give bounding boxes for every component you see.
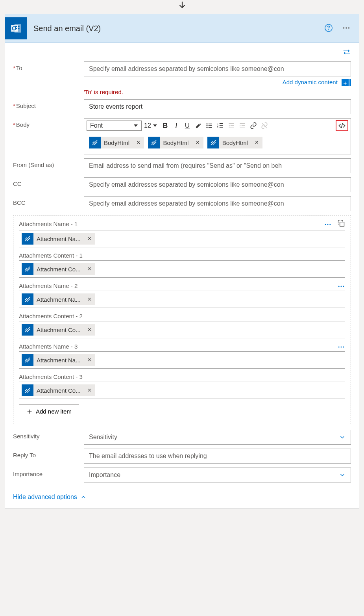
cc-input[interactable]	[84, 177, 351, 192]
card-body: *To Add dynamic content + 'To' is requir…	[5, 43, 359, 509]
attachment-content-label: Attachments Content - 1	[19, 252, 83, 259]
body-token: BodyHtml ×	[89, 137, 144, 148]
hide-advanced-options-link[interactable]: Hide advanced options	[13, 494, 87, 501]
cc-label: CC	[13, 177, 84, 187]
add-new-item-button[interactable]: Add new item	[19, 404, 79, 418]
svg-point-11	[348, 27, 350, 29]
to-input[interactable]	[84, 61, 351, 76]
attachment-content-field[interactable]: Attachment Co... ×	[19, 260, 345, 278]
token-remove-icon[interactable]: ×	[84, 326, 95, 333]
sensitivity-select[interactable]: Sensitivity	[84, 430, 351, 445]
svg-point-36	[341, 286, 342, 287]
svg-point-40	[343, 346, 344, 347]
font-select[interactable]: Font	[87, 121, 142, 131]
ellipsis-icon[interactable]	[341, 24, 352, 33]
token-remove-icon[interactable]: ×	[84, 387, 95, 394]
body-token: BodyHtml ×	[207, 137, 262, 148]
svg-point-12	[206, 123, 207, 124]
svg-rect-19	[220, 123, 223, 124]
svg-rect-25	[231, 125, 234, 126]
dynamic-content-icon	[22, 384, 33, 396]
svg-point-37	[343, 286, 344, 287]
attachment-content-field[interactable]: Attachment Co... ×	[19, 382, 345, 399]
underline-icon[interactable]: U	[182, 120, 193, 131]
indent-icon[interactable]	[237, 120, 248, 131]
svg-point-9	[343, 27, 345, 29]
token-remove-icon[interactable]: ×	[192, 139, 203, 146]
token-remove-icon[interactable]: ×	[84, 356, 95, 364]
bcc-input[interactable]	[84, 196, 351, 211]
link-icon[interactable]	[248, 120, 259, 131]
add-dynamic-plus-icon[interactable]: +	[342, 79, 349, 86]
swap-icon[interactable]	[342, 50, 351, 57]
code-view-icon[interactable]	[336, 120, 348, 131]
highlight-icon[interactable]	[193, 120, 204, 131]
rich-text-editor: Font 12 B I U	[84, 118, 351, 154]
svg-point-31	[327, 224, 329, 225]
svg-rect-24	[229, 123, 234, 124]
attachment-item-menu-icon[interactable]	[324, 221, 332, 227]
attachment-item-menu-icon[interactable]	[337, 343, 345, 350]
attachment-name-field[interactable]: Attachment Na... ×	[19, 351, 345, 369]
unlink-icon[interactable]	[259, 120, 270, 131]
attachment-content-label: Attachments Content - 3	[19, 373, 83, 380]
bullet-list-icon[interactable]	[204, 120, 215, 131]
subject-input[interactable]	[84, 99, 351, 114]
svg-point-10	[346, 27, 347, 29]
help-icon[interactable]	[324, 24, 333, 33]
card-header[interactable]: Send an email (V2)	[5, 14, 359, 43]
svg-rect-29	[240, 127, 245, 128]
importance-label: Importance	[13, 468, 84, 477]
svg-point-14	[206, 125, 207, 126]
attachment-name-label: Attachments Name - 3	[19, 343, 78, 350]
svg-rect-13	[209, 124, 212, 124]
svg-point-38	[338, 346, 340, 347]
attachment-content-token: Attachment Co... ×	[22, 324, 95, 336]
numbered-list-icon[interactable]: 123	[215, 120, 226, 131]
attachment-content-field[interactable]: Attachment Co... ×	[19, 321, 345, 338]
token-remove-icon[interactable]: ×	[84, 296, 95, 303]
dynamic-content-icon	[89, 137, 101, 148]
from-label: From (Send as)	[13, 158, 84, 168]
token-remove-icon[interactable]: ×	[251, 139, 262, 146]
attachment-content-token: Attachment Co... ×	[22, 263, 95, 275]
add-dynamic-content-link[interactable]: Add dynamic content	[283, 79, 338, 85]
token-remove-icon[interactable]: ×	[84, 235, 95, 242]
svg-rect-3	[18, 26, 19, 27]
bold-icon[interactable]: B	[160, 120, 171, 131]
switch-to-array-icon[interactable]	[337, 219, 345, 228]
svg-rect-15	[209, 125, 212, 126]
to-label: *To	[13, 61, 84, 71]
to-error: 'To' is required.	[84, 89, 351, 95]
svg-rect-26	[229, 127, 234, 128]
attachment-name-field[interactable]: Attachment Na... ×	[19, 230, 345, 247]
attachment-name-label: Attachments Name - 1	[19, 221, 78, 227]
body-content[interactable]: BodyHtml × BodyHtml × BodyHtml ×	[84, 133, 351, 154]
token-remove-icon[interactable]: ×	[84, 265, 95, 273]
svg-point-39	[341, 346, 342, 347]
replyto-input[interactable]	[84, 449, 351, 464]
importance-select[interactable]: Importance	[84, 468, 351, 482]
replyto-label: Reply To	[13, 449, 84, 458]
svg-point-35	[338, 286, 340, 287]
dynamic-content-icon	[22, 324, 33, 336]
attachment-content-label: Attachments Content - 2	[19, 313, 83, 319]
bcc-label: BCC	[13, 196, 84, 206]
body-token: BodyHtml ×	[148, 137, 203, 148]
attachment-item-menu-icon[interactable]	[337, 283, 345, 289]
svg-text:3: 3	[217, 126, 218, 128]
dynamic-content-icon	[22, 233, 33, 245]
attachment-name-token: Attachment Na... ×	[22, 354, 95, 366]
attachment-name-field[interactable]: Attachment Na... ×	[19, 291, 345, 308]
flow-arrow-icon	[5, 0, 359, 14]
dynamic-content-icon	[22, 293, 33, 305]
card-title: Send an email (V2)	[33, 24, 324, 33]
from-input[interactable]	[84, 158, 351, 173]
attachment-name-token: Attachment Na... ×	[22, 233, 95, 245]
sensitivity-label: Sensitivity	[13, 430, 84, 440]
token-remove-icon[interactable]: ×	[133, 139, 144, 146]
dynamic-content-icon	[22, 263, 33, 275]
italic-icon[interactable]: I	[171, 120, 182, 131]
outdent-icon[interactable]	[226, 120, 237, 131]
font-size-select[interactable]: 12	[144, 122, 157, 129]
